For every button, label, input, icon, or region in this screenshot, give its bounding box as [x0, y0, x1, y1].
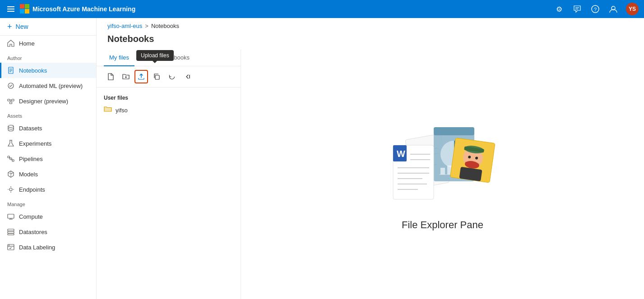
list-item[interactable]: yifso	[97, 103, 241, 117]
compute-icon	[7, 213, 14, 220]
breadcrumb-separator: >	[145, 23, 148, 29]
new-file-button[interactable]	[104, 70, 117, 83]
hamburger-icon[interactable]	[5, 5, 16, 14]
svg-rect-16	[10, 102, 12, 104]
section-assets-label: Assets	[0, 109, 96, 120]
sidebar-item-experiments[interactable]: Experiments	[0, 136, 96, 151]
endpoints-icon	[7, 186, 14, 193]
svg-rect-15	[12, 99, 14, 101]
clone-button[interactable]	[150, 70, 163, 83]
breadcrumb-current: Notebooks	[151, 23, 179, 29]
svg-line-25	[12, 159, 12, 161]
header-left: Microsoft Azure Machine Learning	[5, 4, 135, 14]
svg-point-13	[8, 83, 14, 88]
collapse-button[interactable]	[181, 70, 194, 83]
svg-rect-32	[8, 234, 14, 235]
automated-ml-icon	[7, 82, 14, 89]
svg-rect-47	[434, 127, 474, 135]
main-content: yifso-aml-eus > Notebooks Notebooks My f…	[97, 18, 644, 299]
refresh-button[interactable]	[165, 70, 179, 83]
svg-rect-23	[12, 160, 14, 161]
datastores-icon	[7, 228, 14, 235]
avatar[interactable]: YS	[626, 3, 639, 15]
data-labeling-icon	[7, 244, 14, 251]
tab-sample-notebooks[interactable]: Sample Notebooks	[134, 50, 195, 66]
svg-rect-27	[8, 214, 14, 218]
datasets-icon	[7, 124, 14, 132]
folder-icon	[104, 106, 112, 115]
models-icon	[7, 170, 14, 178]
user-files-section-header: User files	[97, 91, 241, 103]
breadcrumb-workspace[interactable]: yifso-aml-eus	[107, 23, 142, 29]
plus-icon: +	[7, 23, 12, 31]
sidebar-item-automated-ml[interactable]: Automated ML (preview)	[0, 78, 96, 93]
svg-point-19	[8, 125, 14, 128]
feedback-icon[interactable]	[572, 4, 583, 14]
settings-icon[interactable]: ⚙	[554, 4, 565, 14]
sidebar-item-datastores[interactable]: Datastores	[0, 224, 96, 239]
header: Microsoft Azure Machine Learning ⚙ ? YS	[0, 0, 644, 18]
section-author-label: Author	[0, 51, 96, 63]
page-title: Notebooks	[97, 32, 644, 50]
file-panel: My files Sample Notebooks Upload files	[97, 50, 241, 299]
user-icon[interactable]	[608, 4, 619, 14]
app-body: + New Home Author Notebook	[0, 18, 644, 299]
sidebar-item-data-labeling[interactable]: Data Labeling	[0, 239, 96, 255]
designer-icon	[7, 97, 14, 105]
new-button[interactable]: + New	[0, 18, 96, 36]
folder-name: yifso	[116, 107, 128, 114]
file-list: User files yifso	[97, 87, 241, 299]
section-manage-label: Manage	[0, 197, 96, 209]
svg-rect-30	[8, 229, 14, 231]
svg-rect-2	[20, 9, 24, 14]
svg-rect-0	[20, 4, 24, 9]
svg-rect-21	[8, 156, 9, 158]
svg-point-26	[9, 188, 12, 191]
sidebar: + New Home Author Notebook	[0, 18, 97, 299]
svg-line-24	[9, 157, 10, 159]
sidebar-item-notebooks[interactable]: Notebooks	[0, 63, 96, 78]
help-icon[interactable]: ?	[590, 4, 601, 14]
sidebar-item-compute[interactable]: Compute	[0, 209, 96, 224]
illustration-title: File Explorer Pane	[402, 219, 483, 231]
sidebar-item-endpoints[interactable]: Endpoints	[0, 182, 96, 197]
file-toolbar: Upload files	[97, 66, 241, 87]
header-right: ⚙ ? YS	[554, 3, 639, 15]
illustration-graphic: W	[389, 118, 497, 208]
sidebar-item-models[interactable]: Models	[0, 166, 96, 182]
sidebar-item-pipelines[interactable]: Pipelines	[0, 151, 96, 166]
svg-rect-22	[10, 158, 12, 160]
svg-text:?: ?	[594, 7, 597, 12]
sidebar-item-home[interactable]: Home	[0, 36, 96, 51]
home-icon	[7, 40, 14, 47]
svg-rect-14	[8, 99, 10, 101]
new-folder-button[interactable]	[119, 70, 133, 83]
file-explorer-illustration: W	[389, 118, 497, 231]
svg-rect-31	[8, 231, 14, 233]
sidebar-item-designer[interactable]: Designer (preview)	[0, 93, 96, 109]
svg-rect-50	[440, 168, 445, 175]
svg-rect-33	[8, 244, 14, 250]
svg-rect-3	[25, 9, 29, 14]
right-panel: W	[241, 50, 644, 299]
tab-my-files[interactable]: My files	[104, 50, 134, 66]
pipelines-icon	[7, 155, 14, 162]
upload-button[interactable]	[134, 70, 148, 83]
sidebar-item-datasets[interactable]: Datasets	[0, 120, 96, 136]
svg-text:W: W	[397, 149, 405, 159]
notebooks-icon	[7, 67, 14, 74]
azure-logo-icon	[20, 4, 30, 14]
svg-rect-38	[155, 75, 159, 79]
app-title: Microsoft Azure Machine Learning	[20, 4, 135, 14]
experiments-icon	[7, 140, 14, 147]
content-area: My files Sample Notebooks Upload files	[97, 50, 644, 299]
tab-bar: My files Sample Notebooks	[97, 50, 241, 66]
breadcrumb: yifso-aml-eus > Notebooks	[97, 18, 644, 32]
svg-rect-1	[25, 4, 29, 9]
